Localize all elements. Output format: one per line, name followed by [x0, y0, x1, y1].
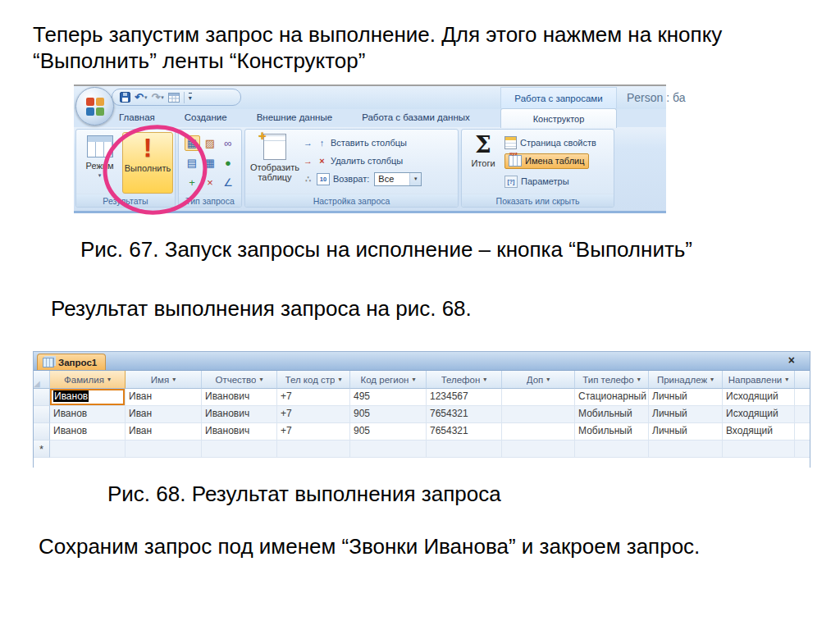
table-cell[interactable]: Иванов	[50, 389, 126, 406]
column-dropdown-icon[interactable]: ▾	[546, 376, 550, 383]
run-button[interactable]: ! Выполнить	[122, 132, 173, 194]
view-mode-button[interactable]: Режим ▾	[79, 132, 121, 194]
table-cell[interactable]: Личный	[649, 423, 723, 441]
table-cell[interactable]: +7	[277, 406, 350, 423]
table-cell[interactable]	[502, 389, 575, 406]
column-header[interactable]: Направлени▾	[723, 371, 795, 389]
table-cell[interactable]: 495	[350, 389, 427, 406]
crosstab-query-icon[interactable]: ▦	[203, 155, 218, 171]
builder-icon[interactable]: ∴	[303, 174, 313, 185]
delete-query-icon[interactable]: ×	[203, 175, 218, 190]
table-cell[interactable]	[427, 441, 502, 458]
column-dropdown-icon[interactable]: ▾	[412, 376, 415, 383]
table-cell[interactable]	[277, 441, 350, 458]
table-cell[interactable]	[502, 423, 575, 441]
column-header[interactable]: Тел код стр▾	[277, 371, 350, 389]
return-dropdown-arrow-icon[interactable]: ▾	[409, 173, 421, 185]
close-icon[interactable]: ×	[788, 354, 795, 367]
table-cell[interactable]: +7	[277, 423, 350, 441]
column-dropdown-icon[interactable]: ▾	[338, 376, 341, 383]
column-dropdown-icon[interactable]: ▾	[710, 376, 714, 383]
column-header[interactable]: Доп▾	[502, 371, 575, 389]
table-names-highlight[interactable]: xyz Имена таблиц	[504, 153, 589, 169]
passthrough-query-icon[interactable]: ●	[221, 155, 236, 171]
make-table-query-icon[interactable]: ▤	[185, 155, 200, 171]
table-cell[interactable]: 1234567	[427, 389, 502, 406]
table-cell[interactable]	[575, 441, 649, 458]
save-icon[interactable]	[120, 92, 130, 103]
table-cell[interactable]: Исходящий	[723, 406, 795, 423]
table-cell[interactable]: Личный	[649, 406, 723, 423]
table-cell[interactable]: 905	[350, 406, 427, 423]
column-header[interactable]: Отчество▾	[202, 371, 277, 389]
column-header[interactable]: Код регион▾	[350, 371, 427, 389]
property-sheet-item[interactable]: Страница свойств	[504, 135, 596, 151]
parameters-item[interactable]: [?] Параметры	[504, 173, 569, 189]
append-query-icon[interactable]: +	[185, 175, 200, 190]
table-cell[interactable]	[202, 441, 277, 458]
column-header[interactable]: Фамилия▾	[50, 371, 126, 389]
table-cell[interactable]: +7	[277, 389, 350, 406]
table-cell[interactable]	[502, 406, 575, 423]
column-dropdown-icon[interactable]: ▾	[785, 376, 788, 383]
redo-icon[interactable]: ↷▾	[151, 92, 163, 103]
union-query-icon[interactable]: ∞	[221, 135, 236, 151]
table-cell[interactable]: Иван	[126, 389, 202, 406]
table-names-item[interactable]: xyz Имена таблиц	[504, 153, 589, 169]
show-table-button[interactable]: + Отобразить таблицу	[250, 132, 299, 195]
tab-konstruktor[interactable]: Конструктор	[500, 108, 617, 128]
table-cell[interactable]: Мобильный	[575, 406, 649, 423]
table-cell[interactable]	[50, 441, 126, 458]
office-button[interactable]	[75, 87, 114, 126]
row-selector[interactable]	[34, 423, 50, 441]
table-cell[interactable]: Мобильный	[575, 423, 649, 441]
query-tab[interactable]: Запрос1	[37, 354, 106, 370]
select-query-icon[interactable]: ▦	[185, 135, 200, 151]
table-cell[interactable]: Иванов	[50, 423, 126, 441]
tab-rabota-s-bazami[interactable]: Работа с базами данных	[356, 111, 476, 124]
table-cell[interactable]: Иванович	[202, 406, 277, 423]
table-cell[interactable]: Иванов	[50, 406, 126, 423]
table-cell[interactable]: Исходящий	[723, 389, 795, 406]
return-dropdown[interactable]: Все ▾	[374, 172, 422, 186]
column-dropdown-icon[interactable]: ▾	[172, 376, 176, 383]
tab-glavnaya[interactable]: Главная	[113, 111, 161, 124]
column-header[interactable]: Принадлеж▾	[649, 371, 723, 389]
table-cell[interactable]	[723, 441, 795, 458]
row-selector[interactable]	[34, 406, 50, 423]
table-cell[interactable]: Входящий	[723, 423, 795, 441]
table-cell[interactable]: 7654321	[427, 423, 502, 441]
mode-dropdown-icon[interactable]: ▾	[98, 172, 102, 179]
column-dropdown-icon[interactable]: ▾	[259, 376, 262, 383]
table-cell[interactable]: Иванович	[202, 423, 277, 441]
column-header[interactable]: Телефон▾	[427, 371, 502, 389]
table-cell[interactable]: 905	[350, 423, 427, 441]
table-cell[interactable]	[350, 441, 427, 458]
table-cell[interactable]: Личный	[649, 389, 723, 406]
totals-button[interactable]: Σ Итоги	[465, 132, 501, 195]
table-cell[interactable]: Иван	[126, 406, 202, 423]
table-cell[interactable]	[649, 441, 723, 458]
delete-columns-item[interactable]: → × Удалить столбцы	[303, 153, 403, 169]
table-cell[interactable]	[502, 441, 575, 458]
column-dropdown-icon[interactable]: ▾	[107, 376, 111, 383]
tab-vneshnie-dannye[interactable]: Внешние данные	[251, 111, 338, 124]
row-selector[interactable]	[34, 389, 50, 406]
column-header[interactable]: Имя▾	[126, 371, 202, 389]
update-query-icon[interactable]: ▨	[203, 135, 218, 151]
undo-dropdown-icon[interactable]: ▾	[144, 94, 148, 100]
qat-customize-icon[interactable]: ▾	[189, 93, 192, 102]
table-cell[interactable]: Стационарный	[575, 389, 649, 406]
table-cell[interactable]: 7654321	[427, 406, 502, 423]
new-record-row[interactable]: *	[34, 441, 810, 458]
select-all-corner[interactable]: ◢	[34, 371, 50, 389]
column-dropdown-icon[interactable]: ▾	[483, 376, 486, 383]
column-dropdown-icon[interactable]: ▾	[637, 376, 641, 383]
table-cell[interactable]: Иван	[126, 423, 202, 441]
new-record-selector[interactable]: *	[34, 441, 50, 458]
table-cell[interactable]: Иванович	[202, 389, 277, 406]
table-cell[interactable]	[126, 441, 202, 458]
undo-icon[interactable]: ↶▾	[135, 92, 147, 103]
data-definition-query-icon[interactable]: ∠	[221, 175, 236, 190]
tab-sozdanie[interactable]: Создание	[179, 111, 233, 124]
